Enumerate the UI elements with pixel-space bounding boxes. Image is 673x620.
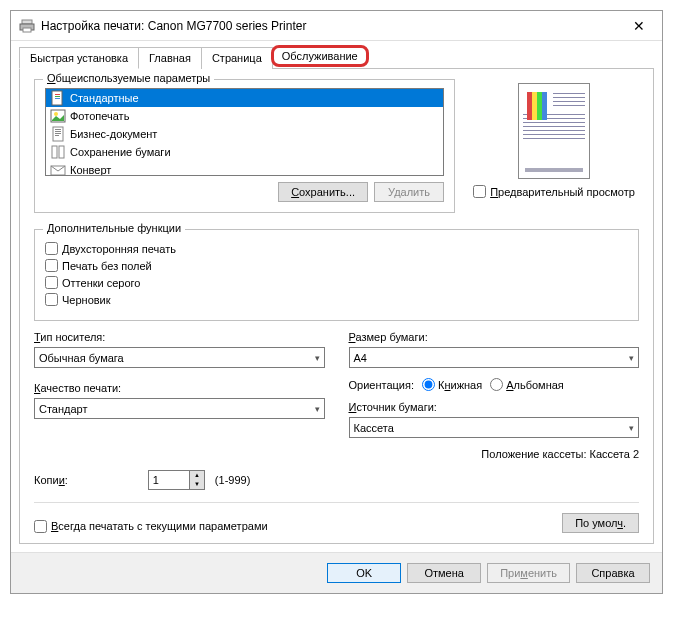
duplex-row[interactable]: Двухсторонняя печать: [45, 242, 628, 255]
tab-service[interactable]: Обслуживание: [271, 45, 369, 67]
svg-rect-0: [22, 20, 32, 24]
borderless-checkbox[interactable]: [45, 259, 58, 272]
quality-select[interactable]: Стандарт ▾: [34, 398, 325, 419]
addfunc-legend: Дополнительные функции: [43, 222, 185, 234]
draft-label: Черновик: [62, 294, 111, 306]
tab-quick-setup[interactable]: Быстрая установка: [19, 47, 139, 69]
tab-bar: Быстрая установка Главная Страница Обслу…: [11, 41, 662, 69]
help-button[interactable]: Справка: [576, 563, 650, 583]
paper-size-select[interactable]: A4 ▾: [349, 347, 640, 368]
always-print-checkbox[interactable]: [34, 520, 47, 533]
duplex-label: Двухсторонняя печать: [62, 243, 176, 255]
profile-label: Стандартные: [70, 92, 139, 104]
window-title: Настройка печати: Canon MG7700 series Pr…: [41, 19, 624, 33]
titlebar: Настройка печати: Canon MG7700 series Pr…: [11, 11, 662, 41]
profile-item-save-paper[interactable]: Сохранение бумаги: [46, 143, 443, 161]
defaults-button[interactable]: По умолч.: [562, 513, 639, 533]
chevron-down-icon: ▾: [629, 423, 634, 433]
profile-item-envelope[interactable]: Конверт: [46, 161, 443, 176]
profile-label: Сохранение бумаги: [70, 146, 171, 158]
copies-row: Копии: ▲ ▼ (1-999): [34, 470, 639, 490]
spin-up-button[interactable]: ▲: [190, 471, 204, 480]
svg-rect-4: [55, 94, 60, 95]
quality-value: Стандарт: [39, 403, 88, 415]
photo-icon: [50, 108, 66, 124]
svg-rect-6: [55, 98, 60, 99]
profile-item-business[interactable]: Бизнес-документ: [46, 125, 443, 143]
media-type-select[interactable]: Обычная бумага ▾: [34, 347, 325, 368]
svg-rect-12: [55, 133, 61, 134]
envelope-icon: [50, 162, 66, 176]
portrait-radio[interactable]: [422, 378, 435, 391]
dialog-buttons: OK Отмена Применить Справка: [11, 552, 662, 593]
delete-profile-button[interactable]: Удалить: [374, 182, 444, 202]
draft-checkbox[interactable]: [45, 293, 58, 306]
spin-down-button[interactable]: ▼: [190, 480, 204, 489]
copies-range: (1-999): [215, 474, 250, 486]
copies-input[interactable]: [149, 472, 189, 488]
close-button[interactable]: ✕: [624, 18, 654, 34]
borderless-row[interactable]: Печать без полей: [45, 259, 628, 272]
ok-button[interactable]: OK: [327, 563, 401, 583]
svg-rect-14: [52, 146, 57, 158]
profile-label: Конверт: [70, 164, 111, 176]
svg-rect-15: [59, 146, 64, 158]
profile-label: Бизнес-документ: [70, 128, 157, 140]
svg-rect-5: [55, 96, 60, 97]
save-profile-button[interactable]: Сохранить...: [278, 182, 368, 202]
paper-size-label: Размер бумаги:: [349, 331, 640, 343]
save-paper-icon: [50, 144, 66, 160]
media-type-value: Обычная бумага: [39, 352, 124, 364]
printer-icon: [19, 18, 35, 34]
copies-label: Копии:: [34, 474, 68, 486]
borderless-label: Печать без полей: [62, 260, 152, 272]
paper-source-value: Кассета: [354, 422, 394, 434]
always-print-row[interactable]: Всегда печатать с текущими параметрами: [34, 520, 268, 533]
profiles-list[interactable]: Стандартные Фотопечать Бизнес-документ: [45, 88, 444, 176]
paper-size-value: A4: [354, 352, 367, 364]
preview-checkbox[interactable]: [473, 185, 486, 198]
print-settings-dialog: Настройка печати: Canon MG7700 series Pr…: [10, 10, 663, 594]
grayscale-label: Оттенки серого: [62, 277, 140, 289]
preview-checkbox-row[interactable]: Предварительный просмотр: [473, 185, 635, 198]
chevron-down-icon: ▾: [315, 404, 320, 414]
quality-label: Качество печати:: [34, 382, 325, 394]
grayscale-row[interactable]: Оттенки серого: [45, 276, 628, 289]
profiles-fieldset: Общеиспользуемые параметры Стандартные Ф…: [34, 79, 455, 213]
paper-source-label: Источник бумаги:: [349, 401, 640, 413]
portrait-radio-row[interactable]: Книжная: [422, 378, 482, 391]
apply-button[interactable]: Применить: [487, 563, 570, 583]
paper-source-select[interactable]: Кассета ▾: [349, 417, 640, 438]
chevron-down-icon: ▾: [629, 353, 634, 363]
copies-spinner[interactable]: ▲ ▼: [148, 470, 205, 490]
print-preview-thumbnail: [518, 83, 590, 179]
svg-rect-11: [55, 131, 61, 132]
quick-setup-panel: Общеиспользуемые параметры Стандартные Ф…: [19, 68, 654, 544]
profile-item-standard[interactable]: Стандартные: [46, 89, 443, 107]
tab-main[interactable]: Главная: [138, 47, 202, 69]
duplex-checkbox[interactable]: [45, 242, 58, 255]
preview-column: Предварительный просмотр: [469, 79, 639, 223]
svg-rect-10: [55, 129, 61, 130]
profile-item-photo[interactable]: Фотопечать: [46, 107, 443, 125]
preview-label: Предварительный просмотр: [490, 186, 635, 198]
document-icon: [50, 90, 66, 106]
profile-label: Фотопечать: [70, 110, 129, 122]
grayscale-checkbox[interactable]: [45, 276, 58, 289]
landscape-radio[interactable]: [490, 378, 503, 391]
svg-rect-13: [55, 135, 59, 136]
svg-point-8: [54, 112, 58, 116]
always-print-label: Всегда печатать с текущими параметрами: [51, 520, 268, 532]
orientation-label: Ориентация:: [349, 379, 415, 391]
tab-page[interactable]: Страница: [201, 47, 273, 69]
cancel-button[interactable]: Отмена: [407, 563, 481, 583]
landscape-radio-row[interactable]: Альбомная: [490, 378, 564, 391]
profiles-legend: Общеиспользуемые параметры: [43, 72, 214, 84]
portrait-label: Книжная: [438, 379, 482, 391]
draft-row[interactable]: Черновик: [45, 293, 628, 306]
cassette-position-note: Положение кассеты: Кассета 2: [349, 448, 640, 460]
additional-functions-fieldset: Дополнительные функции Двухсторонняя печ…: [34, 229, 639, 321]
svg-rect-2: [23, 28, 31, 32]
business-doc-icon: [50, 126, 66, 142]
landscape-label: Альбомная: [506, 379, 564, 391]
